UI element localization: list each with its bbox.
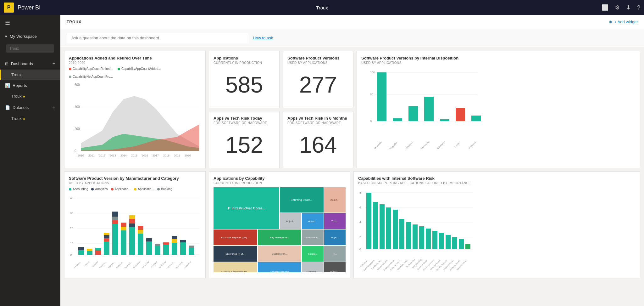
- svg-text:Denied: Denied: [454, 141, 461, 148]
- legend-accounting: Accounting: [69, 187, 88, 191]
- top-nav-icons: ⬜ ⚙ ⬇ ?: [602, 4, 640, 11]
- svg-rect-113: [366, 193, 371, 249]
- legend-app1: Applicatio...: [111, 187, 131, 191]
- svg-rect-30: [393, 118, 402, 121]
- treemap-tile-adjust: Adjust...: [280, 213, 301, 229]
- svg-rect-128: [465, 244, 470, 249]
- spv-mfr-subtitle: USED BY APPLICATIONS: [69, 181, 201, 185]
- svg-text:ApprovedMaintain: ApprovedMaintain: [368, 141, 382, 149]
- svg-rect-116: [386, 207, 391, 249]
- apps-capability-card: Applications by Capability CURRENTLY IN …: [209, 171, 350, 278]
- legend-label-retired: CapabilityAppCountRetired...: [73, 67, 113, 71]
- treemap-tile-ap: Accounts Payable (AP) ...: [214, 230, 257, 245]
- star-icon: ★: [23, 95, 25, 98]
- svg-rect-61: [104, 241, 109, 255]
- qa-input[interactable]: [67, 33, 249, 43]
- sidebar-dashboards-label: Dashboards: [11, 61, 33, 66]
- sidebar-workspace-header[interactable]: ▾ My Workspace: [0, 31, 60, 42]
- svg-text:Contact and Pro...: Contact and Pro...: [377, 258, 389, 271]
- sidebar-workspace-section: ▾ My Workspace: [0, 31, 60, 58]
- apps-risk-6m-card: Apps w/ Tech Risk in 6 Months FOR SOFTWA…: [283, 111, 353, 168]
- svg-text:Workforce Analy...: Workforce Analy...: [397, 258, 409, 271]
- svg-text:Globex: Globex: [84, 261, 90, 266]
- workspace-label: My Workspace: [10, 34, 37, 39]
- line-chart-subtitle: 2010-2020: [69, 61, 201, 65]
- treemap-tile-sourcing: Sourcing Strate...: [280, 187, 324, 212]
- legend-label-net: CapabilityNetAppCountPro...: [73, 75, 113, 78]
- svg-rect-52: [78, 250, 84, 255]
- legend-label-added: CapabilityAppCountAdded...: [121, 67, 161, 71]
- legend-label-app2: Applicatio...: [138, 187, 154, 191]
- legend-dot-banking: [157, 188, 160, 190]
- search-input[interactable]: [6, 44, 54, 53]
- svg-text:200: 200: [75, 127, 80, 131]
- sidebar-reports-section: 📊 Reports Troux ★: [0, 80, 60, 101]
- svg-rect-68: [112, 217, 118, 220]
- legend-dot-accounting: [69, 188, 71, 190]
- svg-rect-62: [104, 238, 109, 241]
- qa-bar: How to ask: [60, 29, 644, 47]
- svg-rect-123: [432, 231, 437, 249]
- svg-text:2012: 2012: [99, 154, 105, 157]
- legend-added: CapabilityAppCountAdded...: [118, 67, 161, 71]
- download-icon[interactable]: ⬇: [626, 4, 631, 11]
- add-dataset-button[interactable]: +: [53, 105, 55, 110]
- help-icon[interactable]: ?: [637, 4, 640, 11]
- svg-text:600: 600: [75, 83, 80, 87]
- add-dashboard-button[interactable]: +: [53, 61, 55, 66]
- settings-icon[interactable]: ⚙: [615, 4, 620, 11]
- spv-card: Software Product Versions USED BY APPLIC…: [283, 51, 353, 108]
- svg-text:Gringotts: Gringotts: [92, 261, 98, 267]
- svg-text:Tyrell Corp: Tyrell Corp: [158, 261, 166, 268]
- app-logo: P: [4, 3, 14, 13]
- treemap-tile-accou: Accou...: [302, 213, 323, 229]
- svg-text:50: 50: [370, 93, 373, 96]
- svg-rect-53: [78, 247, 84, 250]
- svg-rect-120: [413, 224, 418, 249]
- svg-rect-124: [439, 233, 444, 249]
- legend-retired: CapabilityAppCountRetired...: [69, 67, 113, 71]
- svg-text:Applicant Inform...: Applicant Inform...: [456, 258, 468, 271]
- document-icon: 📄: [5, 105, 10, 110]
- legend-dot-added: [118, 68, 120, 70]
- hamburger-menu[interactable]: ☰: [0, 15, 60, 31]
- svg-rect-126: [452, 237, 457, 249]
- sidebar-dashboards-header[interactable]: ⊞ Dashboards +: [0, 58, 60, 70]
- svg-text:Customer / Acco...: Customer / Acco...: [390, 258, 402, 271]
- treemap-tile-customer-slash: Customer /...: [302, 262, 323, 272]
- svg-rect-55: [87, 251, 92, 255]
- svg-rect-97: [180, 242, 186, 255]
- svg-text:40: 40: [70, 196, 73, 200]
- legend-dot-analytics: [91, 188, 94, 190]
- how-to-ask-link[interactable]: How to ask: [253, 36, 273, 40]
- svg-rect-63: [104, 235, 109, 238]
- svg-rect-114: [373, 202, 378, 249]
- treemap-tile-pay: Pay Manageme...: [258, 230, 302, 245]
- legend-label-analytics: Analytics: [95, 187, 108, 191]
- sidebar-item-troux-dashboard[interactable]: Troux: [0, 70, 60, 80]
- treemap: IT Infrastructure Opera... Sourcing Stra…: [214, 187, 346, 272]
- svg-text:ApprovedPlanned: ApprovedPlanned: [399, 141, 414, 149]
- add-widget-button[interactable]: ⊕ + Add widget: [609, 20, 638, 24]
- apps-risk-subtitle: FOR SOFTWARE OR HARDWARE: [214, 121, 275, 125]
- applications-value: 585: [214, 67, 275, 102]
- apps-risk-6m-title: Apps w/ Tech Risk in 6 Months: [287, 116, 349, 121]
- sidebar-item-troux-dataset[interactable]: Troux ★: [0, 113, 60, 124]
- sidebar-datasets-header[interactable]: 📄 Datasets +: [0, 101, 60, 113]
- svg-rect-36: [440, 119, 449, 121]
- sidebar-reports-header[interactable]: 📊 Reports: [0, 80, 60, 91]
- capabilities-risk-card: Capabilities with Internal Software Risk…: [353, 171, 640, 278]
- svg-text:4: 4: [359, 221, 361, 224]
- svg-text:0: 0: [70, 253, 72, 256]
- line-chart-card: Applications Added and Retired Over Time…: [64, 51, 206, 168]
- top-row-grid: Applications Added and Retired Over Time…: [60, 47, 644, 168]
- svg-text:2011: 2011: [88, 154, 95, 157]
- line-chart-svg: 600 400 200 0 2010 2011 2012 2013: [69, 80, 201, 162]
- svg-rect-81: [138, 230, 143, 234]
- treemap-tile-fixed: Fixed-A...: [324, 262, 346, 272]
- sidebar-item-troux-report[interactable]: Troux ★: [0, 91, 60, 101]
- legend-app2: Applicatio...: [134, 187, 154, 191]
- svg-text:2019: 2019: [174, 154, 180, 157]
- plus-circle-icon: ⊕: [609, 20, 612, 24]
- presentation-icon[interactable]: ⬜: [602, 4, 608, 11]
